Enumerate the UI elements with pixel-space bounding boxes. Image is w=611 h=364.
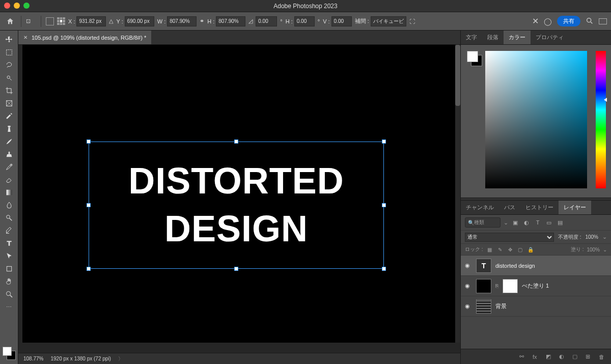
visibility-icon[interactable]: ◉ xyxy=(465,283,472,289)
lock-pixels-icon[interactable]: ▦ xyxy=(486,247,493,253)
opacity-value[interactable]: 100% xyxy=(585,234,598,240)
canvas[interactable]: DISTORTED DESIGN xyxy=(22,45,455,343)
reference-point-icon[interactable] xyxy=(46,17,54,25)
edit-toolbar-button[interactable]: ⋯ xyxy=(2,301,16,313)
handle-bot-mid[interactable] xyxy=(234,267,238,271)
grid-ref-icon[interactable] xyxy=(57,17,65,25)
eyedropper-tool[interactable] xyxy=(2,110,16,122)
layer-thumb-solid[interactable] xyxy=(476,279,491,293)
transform-icon[interactable]: ⊡ xyxy=(26,18,36,24)
blur-tool[interactable] xyxy=(2,199,16,211)
hand-tool[interactable] xyxy=(2,275,16,288)
layer-name[interactable]: べた塗り 1 xyxy=(522,282,549,290)
layer-search[interactable]: 🔍 種類 xyxy=(465,217,501,228)
document-tab[interactable]: ✕ 105.psd @ 109% (distorted design, RGB/… xyxy=(18,31,151,44)
transform-bounding-box[interactable]: DISTORTED DESIGN xyxy=(89,142,384,269)
close-window-button[interactable] xyxy=(4,3,10,9)
delete-layer-icon[interactable]: 🗑 xyxy=(599,354,607,360)
move-tool[interactable] xyxy=(2,34,16,46)
angle-input[interactable] xyxy=(256,16,277,26)
vskew-input[interactable] xyxy=(331,16,352,26)
workspace-icon[interactable] xyxy=(599,18,607,24)
fx-icon[interactable]: fx xyxy=(533,354,541,360)
visibility-icon[interactable]: ◉ xyxy=(465,262,472,269)
new-layer-icon[interactable]: ⊞ xyxy=(586,353,594,360)
eraser-tool[interactable] xyxy=(2,174,16,186)
filter-type-icon[interactable]: T xyxy=(534,218,542,227)
marquee-tool[interactable] xyxy=(2,46,16,59)
quick-select-tool[interactable] xyxy=(2,72,16,84)
home-button[interactable] xyxy=(4,15,16,27)
vertical-scrollbar[interactable] xyxy=(455,45,460,343)
tab-channels[interactable]: チャンネル xyxy=(461,201,499,214)
mask-icon[interactable]: ◩ xyxy=(546,353,554,360)
h-input[interactable] xyxy=(216,16,245,26)
healing-tool[interactable] xyxy=(2,123,16,135)
hue-indicator-icon[interactable] xyxy=(604,98,607,102)
handle-top-right[interactable] xyxy=(382,139,386,144)
type-tool[interactable] xyxy=(2,237,16,249)
visibility-icon[interactable]: ◉ xyxy=(465,303,472,310)
adjustment-icon[interactable]: ◐ xyxy=(559,353,567,360)
link-icon[interactable]: ⎘ xyxy=(495,283,498,289)
handle-bot-right[interactable] xyxy=(382,267,386,271)
dodge-tool[interactable] xyxy=(2,212,16,224)
fill-value[interactable]: 100% xyxy=(587,247,600,253)
crop-tool[interactable] xyxy=(2,85,16,97)
interp-select[interactable] xyxy=(371,16,406,26)
color-field[interactable] xyxy=(485,51,587,188)
canvas-viewport[interactable]: DISTORTED DESIGN xyxy=(18,45,460,353)
hskew-input[interactable] xyxy=(294,16,315,26)
tab-properties[interactable]: プロパティ xyxy=(531,31,569,44)
lock-all-icon[interactable]: 🔒 xyxy=(527,247,534,253)
layer-mask-thumb[interactable] xyxy=(503,279,518,293)
tab-color[interactable]: カラー xyxy=(504,31,531,44)
scrollbar-thumb[interactable] xyxy=(455,45,460,106)
gradient-tool[interactable] xyxy=(2,186,16,199)
search-icon[interactable] xyxy=(586,17,594,26)
hue-slider[interactable] xyxy=(596,51,606,188)
cancel-transform-button[interactable]: ✕ xyxy=(532,16,539,26)
zoom-level[interactable]: 108.77% xyxy=(23,356,43,361)
minimize-window-button[interactable] xyxy=(14,3,20,9)
handle-mid-right[interactable] xyxy=(382,203,386,207)
w-input[interactable] xyxy=(167,16,197,26)
layer-thumb-bg[interactable] xyxy=(476,299,491,314)
lock-artboard-icon[interactable]: ▢ xyxy=(517,247,524,253)
link-icon[interactable]: ⚭ xyxy=(200,18,204,24)
tab-paths[interactable]: パス xyxy=(499,201,520,214)
frame-tool[interactable] xyxy=(2,97,16,109)
tab-character[interactable]: 文字 xyxy=(461,31,482,44)
shape-tool[interactable] xyxy=(2,263,16,275)
layer-row[interactable]: ◉ T distorted design xyxy=(461,256,611,276)
tab-layers[interactable]: レイヤー xyxy=(559,201,591,214)
handle-top-mid[interactable] xyxy=(234,139,238,144)
filter-image-icon[interactable]: ▣ xyxy=(511,218,519,227)
doc-dimensions[interactable]: 1920 px x 1380 px (72 ppi) xyxy=(50,356,110,361)
layer-name[interactable]: 背景 xyxy=(495,302,507,310)
tab-history[interactable]: ヒストリー xyxy=(520,201,559,214)
layer-name[interactable]: distorted design xyxy=(495,263,535,269)
blend-mode-select[interactable]: 通常 xyxy=(465,233,554,242)
filter-adjust-icon[interactable]: ◐ xyxy=(522,218,531,227)
zoom-tool[interactable] xyxy=(2,288,16,300)
status-more-icon[interactable]: 〉 xyxy=(118,355,123,362)
pen-tool[interactable] xyxy=(2,225,16,237)
share-button[interactable]: 共有 xyxy=(557,16,580,26)
layer-row[interactable]: ◉ 背景 xyxy=(461,296,611,317)
tab-paragraph[interactable]: 段落 xyxy=(482,31,504,44)
handle-bot-left[interactable] xyxy=(87,267,91,271)
maximize-window-button[interactable] xyxy=(23,3,30,9)
panel-fg-swatch[interactable] xyxy=(467,51,478,62)
filter-smart-icon[interactable]: ▤ xyxy=(556,218,564,227)
warp-icon[interactable]: ⛶ xyxy=(409,18,421,24)
layer-thumb-type[interactable]: T xyxy=(476,259,491,273)
y-input[interactable] xyxy=(125,16,154,26)
handle-top-left[interactable] xyxy=(87,139,91,144)
lasso-tool[interactable] xyxy=(2,59,16,71)
lock-brush-icon[interactable]: ✎ xyxy=(496,247,504,253)
foreground-color-swatch[interactable] xyxy=(3,347,12,356)
close-tab-icon[interactable]: ✕ xyxy=(23,35,27,40)
brush-tool[interactable] xyxy=(2,135,16,148)
link-layers-icon[interactable]: ⚯ xyxy=(519,353,527,360)
